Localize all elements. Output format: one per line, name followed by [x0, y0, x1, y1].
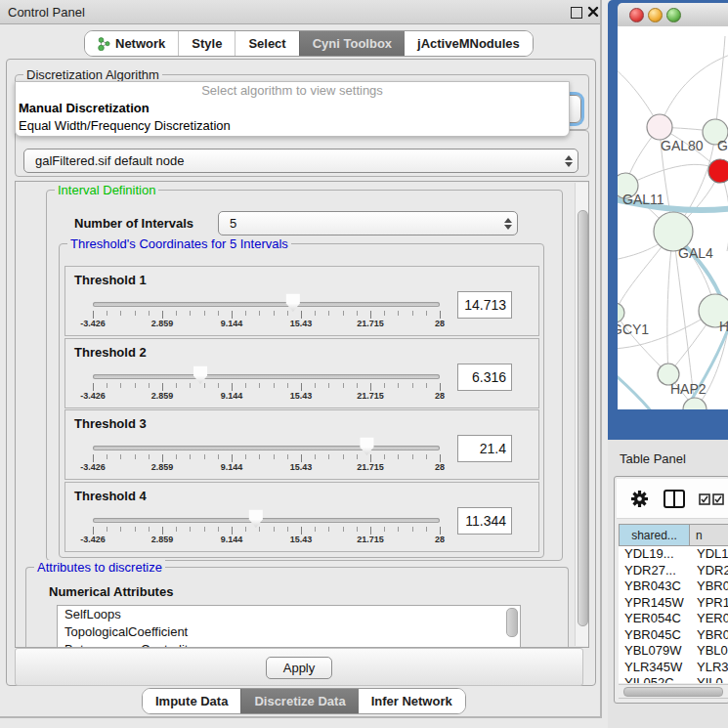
table-row[interactable]: YBL079WYBL0 [619, 643, 728, 660]
tab-style[interactable]: Style [178, 31, 235, 56]
dropdown-option-manual-discretization[interactable]: Manual Discretization [16, 100, 569, 117]
network-canvas[interactable]: GAL80 G GAL11 GAL4 GCY1 H HAP2 [618, 26, 728, 409]
table-row[interactable]: YER054CYER0 [619, 611, 728, 627]
threshold-3-slider-track[interactable] [93, 446, 440, 450]
threshold-3-label: Threshold 3 [74, 416, 147, 431]
attributes-list-scrollbar-thumb[interactable] [506, 608, 518, 637]
number-of-intervals-value: 5 [219, 216, 499, 231]
tab-discretize-data-label: Discretize Data [254, 694, 345, 708]
zoom-traffic-light-icon[interactable] [666, 8, 681, 22]
table-row[interactable]: YDR27...YDR2 [619, 563, 728, 579]
table-data-combobox[interactable]: galFiltered.sif default node [23, 149, 578, 173]
threshold-1-slider-track[interactable] [93, 302, 440, 307]
list-item-topologicalcoefficient[interactable]: TopologicalCoefficient [58, 623, 520, 641]
table-horizontal-scrollbar[interactable] [619, 684, 728, 699]
threshold-4-label: Threshold 4 [74, 489, 147, 503]
network-view-window: GAL80 G GAL11 GAL4 GCY1 H HAP2 [608, 0, 728, 440]
tab-network[interactable]: Network [85, 31, 178, 56]
dropdown-option-equal-width-frequency[interactable]: Equal Width/Frequency Discretization [16, 117, 569, 135]
table-row[interactable]: YBR045CYBR0 [619, 627, 728, 644]
checkbox-checked-icon[interactable] [712, 493, 724, 505]
threshold-2-slider-thumb[interactable] [193, 365, 208, 384]
numerical-attributes-list: SelfLoops TopologicalCoefficient Between… [57, 605, 521, 648]
node-gal80[interactable] [647, 114, 672, 140]
threshold-2-panel: Threshold 2 -3.426 2.859 9.144 15.43 21.… [64, 338, 539, 408]
svg-text:GAL4: GAL4 [678, 245, 713, 261]
close-icon[interactable] [587, 6, 599, 18]
thresholds-group: Threshold's Coordinates for 5 Intervals … [59, 243, 544, 558]
tab-network-label: Network [115, 36, 165, 51]
tab-cyni-toolbox-label: Cyni Toolbox [313, 36, 392, 51]
slider-ticks [93, 454, 441, 459]
table-row[interactable]: YBR043CYBR0 [619, 578, 728, 595]
table-row[interactable]: YPR145WYPR1 [619, 595, 728, 612]
threshold-1-slider-thumb[interactable] [285, 293, 301, 312]
node-red-selected[interactable] [708, 159, 728, 183]
table-header-row: shared... n [619, 524, 728, 546]
cyni-toolbox-panel: Discretization Algorithm Select algorith… [6, 59, 596, 686]
threshold-2-label: Threshold 2 [74, 345, 147, 360]
interval-definition-group-title: Interval Definition [55, 183, 158, 197]
table-panel-title: Table Panel [620, 451, 686, 466]
threshold-3-slider-thumb[interactable] [359, 437, 374, 455]
number-of-intervals-combobox[interactable]: 5 [218, 211, 518, 236]
control-panel-titlebar: Control Panel [0, 0, 600, 24]
column-header-name[interactable]: n [690, 524, 728, 546]
tab-impute-data[interactable]: Impute Data [143, 689, 240, 713]
checkbox-checked-icon[interactable] [699, 493, 710, 505]
settings-scrollbar[interactable] [575, 183, 588, 646]
screen: { "colors": { "group_title_green": "#00c… [0, 0, 728, 728]
threshold-1-label: Threshold 1 [74, 273, 147, 287]
tab-select[interactable]: Select [235, 31, 298, 56]
threshold-3-value-field[interactable] [457, 435, 512, 462]
minimize-traffic-light-icon[interactable] [648, 8, 663, 22]
tab-cyni-toolbox[interactable]: Cyni Toolbox [299, 31, 405, 56]
control-panel-window: Control Panel Network Style Select Cyni … [0, 0, 602, 718]
gear-icon[interactable] [630, 490, 649, 508]
list-item-betweennesscentrality[interactable]: BetweennessCentrality [58, 641, 520, 648]
threshold-4-slider-thumb[interactable] [248, 509, 264, 528]
threshold-4-panel: Threshold 4 -3.426 2.859 9.144 15.43 21.… [64, 482, 539, 552]
control-panel-tabbar: Network Style Select Cyni Toolbox jActiv… [84, 30, 534, 57]
settings-scrollbar-thumb[interactable] [578, 210, 588, 626]
node-gcy1[interactable] [618, 303, 624, 322]
number-of-intervals-label: Number of Intervals [74, 216, 193, 231]
svg-text:GCY1: GCY1 [618, 321, 649, 337]
threshold-2-slider-track[interactable] [93, 374, 440, 379]
split-columns-icon[interactable] [664, 490, 685, 508]
threshold-2-value-field[interactable] [457, 364, 512, 391]
table-row[interactable]: YLR345WYLR3 [619, 660, 728, 676]
close-traffic-light-icon[interactable] [629, 8, 644, 22]
column-header-shared-name[interactable]: shared... [619, 524, 690, 546]
slider-ticks [93, 383, 441, 388]
tab-discretize-data[interactable]: Discretize Data [240, 689, 358, 713]
slider-ticks [93, 311, 441, 316]
tab-infer-network[interactable]: Infer Network [359, 689, 465, 713]
threshold-3-panel: Threshold 3 -3.426 2.859 9.144 15.43 21.… [64, 409, 539, 480]
node-partial-bottom[interactable] [683, 398, 707, 409]
threshold-4-slider-track[interactable] [93, 518, 440, 523]
interval-definition-group: Interval Definition Number of Intervals … [46, 190, 563, 561]
table-panel-toolbar [617, 479, 728, 519]
network-icon [98, 37, 110, 51]
discretization-algorithm-group-title: Discretization Algorithm [23, 67, 162, 82]
algorithm-dropdown-popup: Select algorithm to view settings Manual… [15, 81, 570, 137]
svg-text:H: H [719, 319, 728, 334]
apply-button[interactable]: Apply [266, 657, 332, 679]
network-window-titlebar[interactable] [618, 3, 728, 27]
svg-text:G: G [717, 138, 728, 153]
cyni-bottom-tabbar: Impute Data Discretize Data Infer Networ… [142, 688, 466, 714]
table-horizontal-scrollbar-thumb[interactable] [623, 687, 723, 697]
tab-jactivemnodules[interactable]: jActiveMNodules [405, 31, 533, 56]
threshold-4-value-field[interactable] [457, 507, 512, 535]
float-window-icon[interactable] [571, 7, 582, 19]
table-row[interactable]: YIL052CYIL0 [619, 675, 728, 683]
table-panel: Table Panel shared... n [608, 440, 728, 728]
threshold-1-value-field[interactable] [457, 291, 512, 319]
stepper-arrows-icon [560, 155, 578, 167]
svg-text:HAP2: HAP2 [670, 381, 707, 397]
apply-button-bar: Apply [15, 648, 583, 686]
threshold-1-panel: Threshold 1 -3.426 2.859 9.144 15.43 21.… [64, 266, 539, 336]
list-item-selfloops[interactable]: SelfLoops [58, 606, 520, 623]
table-row[interactable]: YDL19...YDL1 [619, 546, 728, 563]
